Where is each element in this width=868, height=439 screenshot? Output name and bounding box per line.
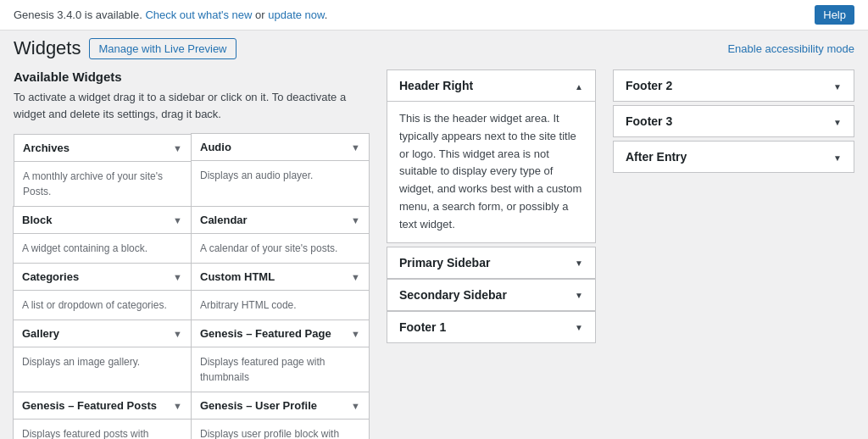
sidebar-area-footer-3: Footer 3 xyxy=(613,105,854,137)
main-content: Available Widgets To activate a widget d… xyxy=(0,59,868,439)
page-title: Widgets xyxy=(14,37,81,59)
sidebar-area-title-after-entry: After Entry xyxy=(626,150,687,164)
widget-item-description: Displays featured posts with thumbnails xyxy=(14,420,191,439)
widget-item-description: A calendar of your site's posts. xyxy=(192,234,369,263)
chevron-down-icon: ▼ xyxy=(173,272,182,282)
sidebar-area-footer-1: Footer 1 xyxy=(387,311,596,343)
widget-item: Calendar ▼ A calendar of your site's pos… xyxy=(191,206,370,264)
widget-item-title: Categories xyxy=(22,270,79,283)
widget-item-description: Displays an image gallery. xyxy=(14,347,191,376)
update-notice: Genesis 3.4.0 is available. Check out wh… xyxy=(14,8,327,21)
chevron-down-icon xyxy=(575,256,583,269)
sidebar-area-toggle-after-entry[interactable]: After Entry xyxy=(614,142,854,172)
widget-item-title: Audio xyxy=(200,141,231,153)
page-title-row: Widgets Manage with Live Preview xyxy=(14,37,236,59)
widget-item: Genesis – Featured Posts ▼ Displays feat… xyxy=(13,392,192,439)
widget-item-header[interactable]: Calendar ▼ xyxy=(192,207,369,234)
widget-item: Archives ▼ A monthly archive of your sit… xyxy=(14,134,192,207)
widget-item-title: Genesis – Featured Page xyxy=(200,327,331,340)
available-widgets-panel: Available Widgets To activate a widget d… xyxy=(14,69,370,439)
header-right-body: This is the header widget area. It typic… xyxy=(387,102,595,242)
chevron-down-icon: ▼ xyxy=(173,401,182,411)
widget-item-title: Genesis – Featured Posts xyxy=(22,399,157,412)
header-right-chevron-up-icon xyxy=(575,80,583,92)
widget-item-header[interactable]: Archives ▼ xyxy=(14,135,191,162)
notice-text: Genesis 3.4.0 is available. xyxy=(14,8,142,21)
widget-item-title: Genesis – User Profile xyxy=(200,399,317,412)
check-whats-new-link[interactable]: Check out what's new xyxy=(145,8,252,21)
sidebar-area-toggle-footer-3[interactable]: Footer 3 xyxy=(614,106,854,136)
sidebar-area-footer-2: Footer 2 xyxy=(613,69,854,102)
chevron-down-icon: ▼ xyxy=(351,401,360,411)
widget-item: Genesis – User Profile ▼ Displays user p… xyxy=(191,392,370,439)
widget-item-title: Archives xyxy=(23,142,70,154)
widget-item-description: A widget containing a block. xyxy=(14,234,191,263)
widget-item-description: A monthly archive of your site's Posts. xyxy=(14,162,191,206)
widget-item-description: A list or dropdown of categories. xyxy=(14,291,191,320)
chevron-down-icon: ▼ xyxy=(173,143,182,153)
widget-item-description: Displays an audio player. xyxy=(192,161,369,190)
widget-item: Genesis – Featured Page ▼ Displays featu… xyxy=(191,320,370,392)
widget-item-header[interactable]: Genesis – User Profile ▼ xyxy=(192,392,369,420)
or-text: or xyxy=(255,8,265,21)
sidebar-area-secondary-sidebar: Secondary Sidebar xyxy=(387,279,596,311)
manage-live-preview-button[interactable]: Manage with Live Preview xyxy=(89,38,236,59)
middle-panel: Header Right This is the header widget a… xyxy=(387,69,596,439)
widget-item-header[interactable]: Block ▼ xyxy=(14,207,191,234)
widget-item-description: Displays featured page with thumbnails xyxy=(192,347,369,392)
chevron-down-icon: ▼ xyxy=(351,272,360,282)
help-button[interactable]: Help xyxy=(815,5,854,25)
widget-item-title: Gallery xyxy=(22,327,59,340)
widget-item-title: Calendar xyxy=(200,214,248,226)
widget-item: Custom HTML ▼ Arbitrary HTML code. xyxy=(191,263,370,320)
sidebar-area-after-entry: After Entry xyxy=(613,141,854,173)
sidebar-area-title-footer-2: Footer 2 xyxy=(626,79,672,92)
top-bar: Genesis 3.4.0 is available. Check out wh… xyxy=(0,0,868,31)
chevron-down-icon: ▼ xyxy=(351,329,360,339)
sidebar-area-title-footer-3: Footer 3 xyxy=(626,114,672,128)
available-widgets-description: To activate a widget drag it to a sideba… xyxy=(14,89,370,122)
header-right-title: Header Right xyxy=(399,79,473,92)
widget-grid: Archives ▼ A monthly archive of your sit… xyxy=(14,134,370,439)
sidebar-area-toggle-footer-1[interactable]: Footer 1 xyxy=(387,312,595,342)
chevron-down-icon: ▼ xyxy=(173,329,182,339)
widget-item-title: Block xyxy=(22,214,52,226)
update-now-link[interactable]: update now xyxy=(268,8,325,21)
chevron-down-icon xyxy=(833,151,842,164)
middle-sidebar-areas: Primary Sidebar Secondary Sidebar Footer… xyxy=(387,247,596,343)
chevron-down-icon: ▼ xyxy=(351,215,360,225)
widget-item-header[interactable]: Categories ▼ xyxy=(14,264,191,291)
chevron-down-icon xyxy=(833,115,842,128)
chevron-down-icon xyxy=(833,80,842,92)
widget-item: Categories ▼ A list or dropdown of categ… xyxy=(13,263,192,320)
header-right-area: Header Right This is the header widget a… xyxy=(387,69,596,243)
widget-item: Audio ▼ Displays an audio player. xyxy=(191,133,370,207)
available-widgets-title: Available Widgets xyxy=(14,69,370,84)
sidebar-area-toggle-secondary-sidebar[interactable]: Secondary Sidebar xyxy=(387,280,595,310)
widget-item-header[interactable]: Audio ▼ xyxy=(192,134,369,161)
sidebar-area-toggle-primary-sidebar[interactable]: Primary Sidebar xyxy=(387,247,595,278)
right-panel: Footer 2 Footer 3 After Entry xyxy=(613,69,854,439)
widget-item-header[interactable]: Custom HTML ▼ xyxy=(192,264,369,291)
chevron-down-icon xyxy=(575,288,583,301)
sidebar-area-toggle-footer-2[interactable]: Footer 2 xyxy=(614,70,854,101)
accessibility-mode-link[interactable]: Enable accessibility mode xyxy=(727,42,854,55)
chevron-down-icon: ▼ xyxy=(173,215,182,225)
sidebar-area-primary-sidebar: Primary Sidebar xyxy=(387,247,596,279)
widget-item-description: Displays user profile block with Gravata… xyxy=(192,420,369,439)
header-right-toggle[interactable]: Header Right xyxy=(387,70,595,102)
widget-item-header[interactable]: Genesis – Featured Posts ▼ xyxy=(14,392,191,420)
chevron-down-icon: ▼ xyxy=(351,142,360,153)
widget-item-description: Arbitrary HTML code. xyxy=(192,291,369,320)
chevron-down-icon xyxy=(575,320,583,333)
sidebar-area-title-footer-1: Footer 1 xyxy=(399,320,446,334)
widget-item: Gallery ▼ Displays an image gallery. xyxy=(13,320,192,392)
sidebar-area-title-primary-sidebar: Primary Sidebar xyxy=(399,256,490,270)
widget-item-header[interactable]: Genesis – Featured Page ▼ xyxy=(192,320,369,347)
widget-item-title: Custom HTML xyxy=(200,270,275,283)
sidebar-area-title-secondary-sidebar: Secondary Sidebar xyxy=(399,288,507,302)
widget-item-header[interactable]: Gallery ▼ xyxy=(14,320,191,347)
page-header: Widgets Manage with Live Preview Enable … xyxy=(0,31,868,59)
widget-item: Block ▼ A widget containing a block. xyxy=(13,206,192,264)
